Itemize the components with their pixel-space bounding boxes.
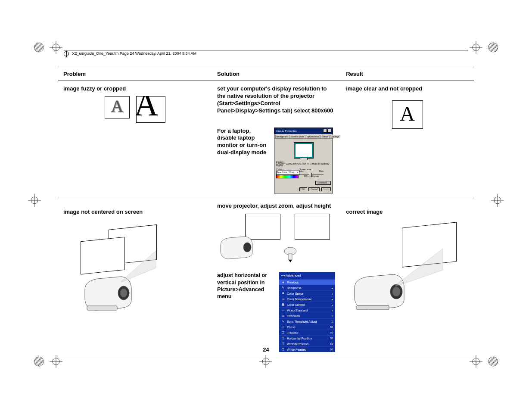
col-header-problem: Problem	[58, 67, 212, 81]
osd-item-value: ☐	[327, 320, 333, 323]
letter-a-clear-icon: A	[400, 102, 415, 125]
hatched-circle-icon	[32, 355, 45, 368]
tab-background: Background	[275, 135, 289, 138]
solution-subtext: adjust horizontal or vertical position i…	[217, 272, 275, 300]
back-arrow-icon: ◂	[281, 280, 285, 284]
osd-item: ✎Sharpness▸	[279, 285, 335, 290]
svg-point-24	[488, 357, 498, 366]
osd-item-value: ▸	[327, 309, 333, 312]
osd-item-value: ▸	[327, 298, 333, 301]
result-title: correct image	[346, 209, 469, 215]
osd-item-label: Overscan	[287, 314, 325, 318]
tab-effects: Effects	[320, 135, 330, 138]
table-row: image fuzzy or cropped A A set your comp…	[58, 81, 474, 198]
osd-item-label: Color Temperature	[287, 298, 325, 301]
svg-point-26	[120, 289, 127, 297]
letter-a-fuzzy-icon: A	[111, 96, 123, 116]
page-number: 24	[0, 346, 532, 353]
correct-image-illustration	[346, 223, 469, 318]
osd-item: ▭Video Standard▸	[279, 307, 335, 313]
osd-item-label: Phase	[287, 326, 325, 329]
slider-thumb-icon	[309, 173, 312, 177]
osd-item-icon: ◫	[281, 331, 285, 334]
projection-cone-icon	[119, 249, 158, 283]
svg-rect-27	[87, 306, 117, 310]
osd-item: ◫Vertical Position50	[279, 341, 335, 346]
result-title: image clear and not cropped	[346, 85, 469, 92]
troubleshooting-table: Problem Solution Result image fuzzy or c…	[58, 67, 474, 357]
osd-item-value: 50	[327, 337, 333, 339]
color-gradient-icon	[276, 175, 299, 178]
osd-item-icon: ∿	[281, 320, 285, 323]
svg-point-28	[243, 243, 251, 252]
osd-item-icon: ◫	[281, 342, 285, 346]
osd-item-label: Color Control	[287, 303, 325, 306]
display-value: GATEWAY VX900 on NVIDIA RIVA TNT2 Model …	[276, 163, 331, 167]
osd-item-label: Color Space	[287, 292, 325, 295]
osd-item-icon: ▭	[281, 308, 285, 312]
osd-item: 🌡Color Temperature▸	[279, 296, 335, 302]
hatched-circle-icon	[32, 41, 45, 54]
apply-button: Apply	[321, 187, 331, 191]
solution-text: set your computer's display resolution t…	[217, 85, 336, 115]
osd-item-label: Horizontal Position	[287, 337, 325, 340]
problem-title: image not centered on screen	[63, 209, 207, 215]
cancel-button: Cancel	[308, 187, 320, 191]
osd-item-label: Tracking	[287, 331, 325, 334]
osd-item-value: ▸	[327, 286, 333, 290]
osd-previous: Previous	[287, 281, 325, 284]
fuzzy-cropped-illustration: A A	[63, 96, 207, 123]
osd-item-label: Video Standard	[287, 309, 325, 312]
help-button-icon	[323, 129, 327, 133]
osd-item: ❖Color Space▸	[279, 290, 335, 296]
osd-item-label: Sync Threshold Adjust	[287, 320, 325, 323]
osd-item-label: Vertical Position	[287, 342, 325, 346]
crop-mark-icon	[491, 194, 504, 207]
table-row: image not centered on screen mo	[58, 198, 474, 357]
osd-item-value: 50	[327, 326, 333, 328]
crop-mark-icon	[28, 194, 41, 207]
solution-text: move projector, adjust zoom, adjust heig…	[217, 202, 336, 210]
svg-rect-33	[357, 305, 389, 310]
col-header-solution: Solution	[212, 67, 341, 81]
svg-rect-30	[289, 254, 292, 260]
page-header: X2_usrguide_One_Year.fm Page 24 Wednesda…	[64, 50, 468, 56]
osd-item-value: ▸	[327, 292, 333, 295]
tab-screensaver: Screen Saver	[290, 135, 305, 138]
osd-item: ▦Color Control▸	[279, 302, 335, 307]
adjust-foot-icon	[282, 246, 299, 263]
svg-point-23	[34, 357, 44, 366]
display-properties-dialog: Display Properties Background Screen Sav…	[274, 128, 333, 193]
projector-icon	[217, 233, 256, 261]
crop-mark-icon	[50, 41, 62, 54]
osd-item-value: ☐	[327, 314, 333, 318]
hatched-circle-icon	[487, 41, 500, 54]
header-file-info: X2_usrguide_One_Year.fm Page 24 Wednesda…	[72, 51, 197, 56]
osd-item-value: 50	[327, 331, 333, 334]
osd-item-label: Sharpness	[287, 286, 325, 290]
svg-point-32	[392, 287, 400, 296]
monitor-preview-icon	[294, 142, 314, 159]
problem-title: image fuzzy or cropped	[63, 85, 207, 92]
osd-item-icon: ✎	[281, 286, 285, 290]
osd-item-icon: ▭	[281, 314, 285, 318]
tab-settings: Settings	[330, 135, 340, 138]
osd-item: ◫Phase50	[279, 324, 335, 330]
hatched-circle-icon	[487, 355, 500, 368]
osd-item-value: 50	[327, 342, 333, 345]
osd-item-icon: ▦	[281, 303, 285, 306]
osd-item-icon: ◫	[281, 336, 285, 340]
advanced-button: Advanced...	[315, 181, 331, 185]
close-button-icon	[327, 129, 331, 133]
ok-button: OK	[299, 187, 307, 191]
osd-item: ◫Horizontal Position50	[279, 335, 335, 341]
osd-item: ◫Tracking50	[279, 330, 335, 335]
solution-subtext: For a laptop, disable laptop monitor or …	[217, 128, 269, 157]
dialog-title: Display Properties	[276, 130, 297, 132]
adjust-projector-illustration	[217, 214, 336, 263]
osd-item-icon: ❖	[281, 292, 285, 295]
clear-image-illustration: A	[346, 100, 469, 130]
projection-cone-icon	[393, 246, 445, 287]
svg-point-22	[488, 43, 498, 52]
osd-item-value: ▸	[327, 303, 333, 306]
